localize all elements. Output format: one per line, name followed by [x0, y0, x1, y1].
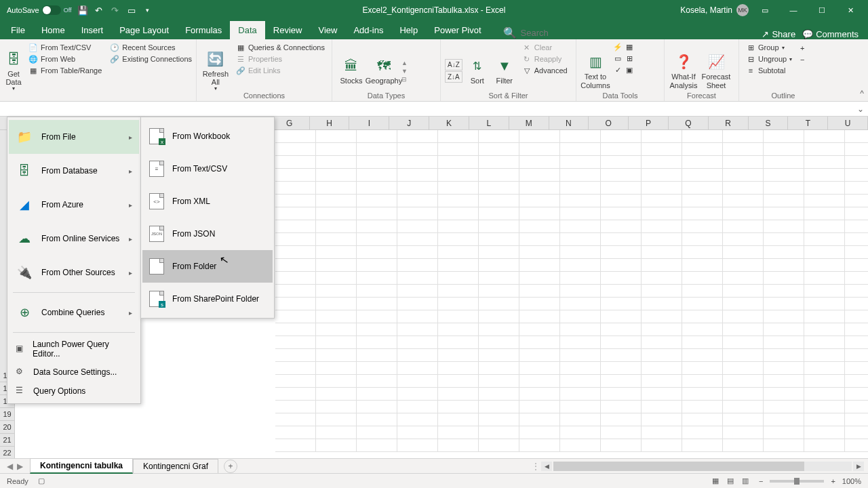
cell[interactable] [519, 130, 560, 143]
cell[interactable] [601, 220, 642, 233]
cell[interactable] [316, 439, 357, 452]
cell[interactable] [682, 169, 723, 182]
cell[interactable] [642, 130, 682, 143]
cell[interactable] [845, 143, 868, 156]
cell[interactable] [357, 413, 397, 426]
hscroll-thumb[interactable] [553, 462, 804, 471]
column-header[interactable]: U [828, 117, 868, 129]
cell[interactable] [804, 195, 845, 207]
cell[interactable] [479, 375, 519, 388]
cell[interactable] [316, 169, 357, 182]
data-model-icon[interactable]: ▣ [625, 65, 634, 75]
cell[interactable] [804, 323, 845, 336]
cell[interactable] [682, 272, 723, 285]
submenu-from-sharepoint-folder[interactable]: From SharePoint Folder [142, 283, 273, 315]
cell[interactable] [479, 169, 519, 182]
cell[interactable] [519, 220, 560, 233]
cell[interactable] [397, 298, 438, 310]
cell[interactable] [682, 130, 723, 143]
cell[interactable] [845, 285, 868, 298]
cell[interactable] [275, 362, 316, 375]
cell[interactable] [275, 349, 316, 362]
cell[interactable] [642, 143, 682, 156]
cell[interactable] [642, 413, 682, 426]
cell[interactable] [601, 246, 642, 259]
cell[interactable] [845, 413, 868, 426]
cell[interactable] [764, 220, 804, 233]
cell[interactable] [601, 143, 642, 156]
cell[interactable] [642, 246, 682, 259]
cell[interactable] [357, 298, 397, 310]
cell[interactable] [642, 426, 682, 439]
cell[interactable] [519, 426, 560, 439]
cell[interactable] [845, 259, 868, 272]
cell[interactable] [519, 375, 560, 388]
cell[interactable] [397, 143, 438, 156]
collapse-ribbon-icon[interactable]: ^ [860, 89, 864, 98]
cell[interactable] [642, 375, 682, 388]
row-header[interactable]: 19 [0, 408, 15, 421]
cell[interactable] [316, 285, 357, 298]
cell[interactable] [642, 298, 682, 310]
cell[interactable] [723, 388, 764, 401]
cell[interactable] [642, 259, 682, 272]
cell[interactable] [723, 298, 764, 310]
cell[interactable] [601, 426, 642, 439]
cell[interactable] [601, 310, 642, 323]
user-name[interactable]: Kosela, Martin [680, 5, 732, 15]
cell[interactable] [601, 336, 642, 349]
cell[interactable] [316, 323, 357, 336]
hscroll-right-icon[interactable]: ▶ [853, 462, 864, 471]
cell[interactable] [642, 349, 682, 362]
cell[interactable] [519, 207, 560, 220]
cell[interactable] [357, 156, 397, 169]
cell[interactable] [397, 272, 438, 285]
tab-help[interactable]: Help [391, 21, 426, 39]
cell[interactable] [804, 156, 845, 169]
cell[interactable] [845, 195, 868, 207]
cell[interactable] [642, 285, 682, 298]
cell[interactable] [560, 375, 601, 388]
cell[interactable] [723, 285, 764, 298]
cell[interactable] [316, 156, 357, 169]
user-avatar[interactable]: MK [736, 4, 749, 16]
cell[interactable] [682, 439, 723, 452]
row-header[interactable]: 22 [0, 447, 15, 458]
cell[interactable] [397, 220, 438, 233]
cell[interactable] [357, 388, 397, 401]
cell[interactable] [397, 439, 438, 452]
cell[interactable] [357, 336, 397, 349]
cell[interactable] [560, 298, 601, 310]
cell[interactable] [804, 388, 845, 401]
cell[interactable] [275, 246, 316, 259]
cell[interactable] [601, 413, 642, 426]
cell[interactable] [560, 130, 601, 143]
cell[interactable] [275, 413, 316, 426]
cell[interactable] [519, 349, 560, 362]
cell[interactable] [397, 169, 438, 182]
cell[interactable] [438, 375, 479, 388]
cell[interactable] [601, 130, 642, 143]
cell[interactable] [764, 349, 804, 362]
cell[interactable] [845, 439, 868, 452]
cell[interactable] [764, 143, 804, 156]
cell[interactable] [845, 246, 868, 259]
cell[interactable] [601, 259, 642, 272]
cell[interactable] [601, 272, 642, 285]
cell[interactable] [479, 143, 519, 156]
cell[interactable] [397, 246, 438, 259]
cell[interactable] [723, 130, 764, 143]
advanced-button[interactable]: ▽Advanced [519, 65, 570, 76]
sheet-tab-active[interactable]: Kontingencni tabulka [30, 458, 133, 474]
cell[interactable] [397, 195, 438, 207]
cell[interactable] [438, 349, 479, 362]
tab-review[interactable]: Review [265, 21, 311, 39]
cell[interactable] [357, 195, 397, 207]
cell[interactable] [723, 169, 764, 182]
cell[interactable] [519, 439, 560, 452]
cell[interactable] [438, 143, 479, 156]
cell[interactable] [397, 413, 438, 426]
cell[interactable] [519, 388, 560, 401]
new-sheet-button[interactable]: + [224, 460, 237, 473]
cell[interactable] [682, 349, 723, 362]
